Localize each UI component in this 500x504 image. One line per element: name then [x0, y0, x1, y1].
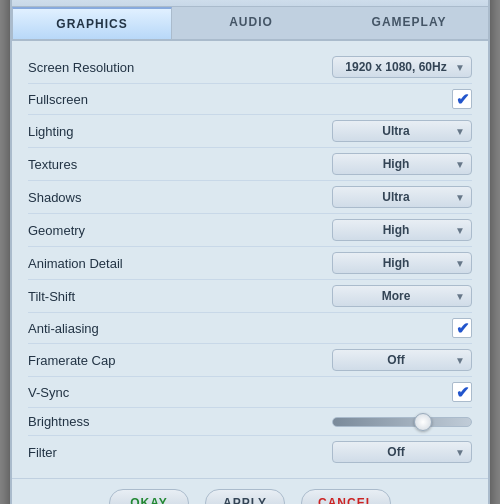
checkbox-fullscreen[interactable]: ✔	[452, 89, 472, 109]
dropdown-arrow-icon: ▼	[455, 62, 465, 73]
label-textures: Textures	[28, 157, 332, 172]
dropdown-animation-detail[interactable]: High ▼	[332, 252, 472, 274]
tab-bar: GRAPHICS AUDIO GAMEPLAY	[12, 7, 488, 41]
label-filter: Filter	[28, 445, 332, 460]
dropdown-arrow-icon: ▼	[455, 291, 465, 302]
tab-gameplay[interactable]: GAMEPLAY	[330, 7, 488, 39]
checkbox-v-sync[interactable]: ✔	[452, 382, 472, 402]
control-tilt-shift[interactable]: More ▼	[332, 285, 472, 307]
tab-audio[interactable]: AUDIO	[172, 7, 330, 39]
setting-fullscreen: Fullscreen ✔	[28, 84, 472, 115]
control-framerate-cap[interactable]: Off ▼	[332, 349, 472, 371]
dropdown-arrow-icon: ▼	[455, 192, 465, 203]
setting-tilt-shift: Tilt-Shift More ▼	[28, 280, 472, 313]
setting-brightness: Brightness	[28, 408, 472, 436]
label-v-sync: V-Sync	[28, 385, 452, 400]
setting-filter: Filter Off ▼	[28, 436, 472, 468]
dropdown-framerate-cap[interactable]: Off ▼	[332, 349, 472, 371]
label-lighting: Lighting	[28, 124, 332, 139]
control-animation-detail[interactable]: High ▼	[332, 252, 472, 274]
setting-geometry: Geometry High ▼	[28, 214, 472, 247]
control-fullscreen[interactable]: ✔	[452, 89, 472, 109]
control-textures[interactable]: High ▼	[332, 153, 472, 175]
okay-button[interactable]: OKAY	[109, 489, 189, 504]
dropdown-arrow-icon: ▼	[455, 258, 465, 269]
control-v-sync[interactable]: ✔	[452, 382, 472, 402]
checkmark-icon: ✔	[456, 319, 469, 338]
dropdown-arrow-icon: ▼	[455, 225, 465, 236]
window-title: SETTINGS	[201, 0, 299, 1]
checkmark-icon: ✔	[456, 383, 469, 402]
footer-buttons: OKAY APPLY CANCEL	[12, 478, 488, 504]
control-geometry[interactable]: High ▼	[332, 219, 472, 241]
cancel-button[interactable]: CANCEL	[301, 489, 391, 504]
setting-v-sync: V-Sync ✔	[28, 377, 472, 408]
dropdown-arrow-icon: ▼	[455, 355, 465, 366]
dropdown-lighting[interactable]: Ultra ▼	[332, 120, 472, 142]
control-anti-aliasing[interactable]: ✔	[452, 318, 472, 338]
tab-graphics[interactable]: GRAPHICS	[12, 7, 172, 39]
setting-textures: Textures High ▼	[28, 148, 472, 181]
dropdown-textures[interactable]: High ▼	[332, 153, 472, 175]
dropdown-shadows[interactable]: Ultra ▼	[332, 186, 472, 208]
label-screen-resolution: Screen Resolution	[28, 60, 332, 75]
label-tilt-shift: Tilt-Shift	[28, 289, 332, 304]
slider-thumb[interactable]	[414, 413, 432, 431]
label-framerate-cap: Framerate Cap	[28, 353, 332, 368]
brightness-slider[interactable]	[332, 417, 472, 427]
dropdown-arrow-icon: ▼	[455, 159, 465, 170]
label-shadows: Shadows	[28, 190, 332, 205]
title-bar: SETTINGS ×	[12, 0, 488, 7]
settings-window: SETTINGS × GRAPHICS AUDIO GAMEPLAY Scree…	[10, 0, 490, 504]
checkmark-icon: ✔	[456, 90, 469, 109]
label-anti-aliasing: Anti-aliasing	[28, 321, 452, 336]
apply-button[interactable]: APPLY	[205, 489, 285, 504]
dropdown-arrow-icon: ▼	[455, 447, 465, 458]
control-screen-resolution[interactable]: 1920 x 1080, 60Hz ▼	[332, 56, 472, 78]
checkbox-anti-aliasing[interactable]: ✔	[452, 318, 472, 338]
dropdown-screen-resolution[interactable]: 1920 x 1080, 60Hz ▼	[332, 56, 472, 78]
control-lighting[interactable]: Ultra ▼	[332, 120, 472, 142]
setting-anti-aliasing: Anti-aliasing ✔	[28, 313, 472, 344]
setting-animation-detail: Animation Detail High ▼	[28, 247, 472, 280]
settings-content: Screen Resolution 1920 x 1080, 60Hz ▼ Fu…	[12, 41, 488, 478]
label-animation-detail: Animation Detail	[28, 256, 332, 271]
dropdown-arrow-icon: ▼	[455, 126, 465, 137]
control-filter[interactable]: Off ▼	[332, 441, 472, 463]
control-shadows[interactable]: Ultra ▼	[332, 186, 472, 208]
setting-lighting: Lighting Ultra ▼	[28, 115, 472, 148]
control-brightness[interactable]	[332, 417, 472, 427]
label-brightness: Brightness	[28, 414, 332, 429]
setting-framerate-cap: Framerate Cap Off ▼	[28, 344, 472, 377]
dropdown-filter[interactable]: Off ▼	[332, 441, 472, 463]
dropdown-geometry[interactable]: High ▼	[332, 219, 472, 241]
dropdown-tilt-shift[interactable]: More ▼	[332, 285, 472, 307]
label-geometry: Geometry	[28, 223, 332, 238]
label-fullscreen: Fullscreen	[28, 92, 452, 107]
setting-screen-resolution: Screen Resolution 1920 x 1080, 60Hz ▼	[28, 51, 472, 84]
setting-shadows: Shadows Ultra ▼	[28, 181, 472, 214]
